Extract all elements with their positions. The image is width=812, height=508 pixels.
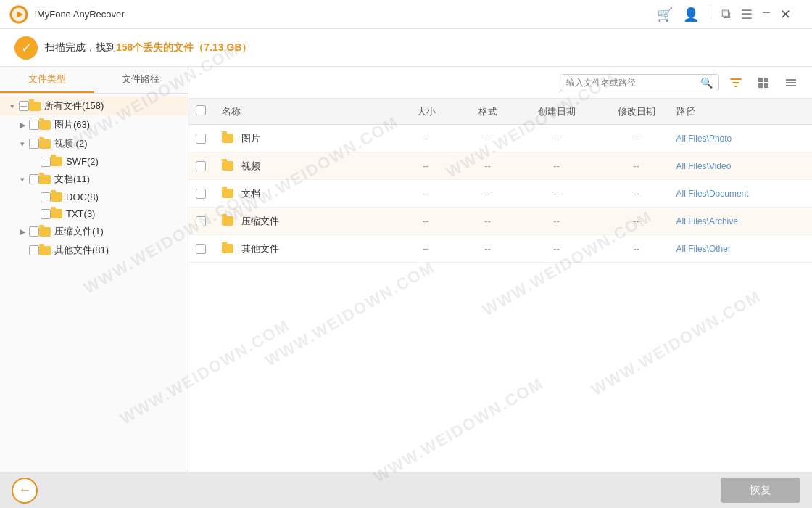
tree-item-all[interactable]: ▾ 所有文件(158) [0,97,188,115]
app-logo [9,4,29,25]
folder-icon-archive [39,227,51,237]
folder-icon-txt [51,209,62,218]
row-checkbox-other[interactable] [196,244,206,254]
checkbox-all[interactable] [19,101,29,111]
checkbox-doc[interactable] [29,174,39,184]
row-checkbox-doc[interactable] [196,189,206,199]
tree-item-photo[interactable]: ▶ 图片(63) [0,115,188,134]
checkbox-archive[interactable] [29,226,39,237]
header-format: 格式 [459,105,517,118]
status-bar: ✓ 扫描完成，找到158个丢失的文件（7.13 GB） [0,29,812,67]
tree-label-other: 其他文件(81) [54,244,109,257]
table-row[interactable]: 其他文件 -- -- -- -- All Files\Other [188,235,812,263]
folder-icon-doc2 [51,192,62,202]
row-modified-photo: -- [597,133,676,144]
window-icon[interactable]: ⧉ [718,5,734,24]
row-name-archive: 压缩文件 [222,215,394,228]
search-box: 🔍 [560,74,719,91]
search-icon[interactable]: 🔍 [700,77,713,89]
row-size-doc: -- [394,188,459,199]
expand-arrow-doc[interactable]: ▾ [17,174,28,184]
checkbox-photo[interactable] [29,120,39,130]
shop-icon[interactable]: 🛒 [653,5,676,24]
user-icon[interactable]: 👤 [679,5,703,24]
titlebar-icons: 🛒 👤 ⧉ ☰ ─ ✕ [653,5,795,24]
tree-item-doc[interactable]: ▾ 文档(11) [0,170,188,189]
close-button[interactable]: ✕ [776,5,795,24]
row-modified-video: -- [597,160,676,171]
app-title: iMyFone AnyRecover [35,9,653,20]
tree-item-swf[interactable]: SWF(2) [0,153,188,170]
svg-rect-6 [764,83,768,88]
row-path-archive: All Files\Archive [676,216,805,226]
svg-rect-3 [758,78,763,82]
tree-item-video[interactable]: ▾ 视频 (2) [0,134,188,153]
checkbox-video[interactable] [29,139,39,149]
row-path-video: All Files\Video [676,161,805,171]
expand-arrow-video[interactable]: ▾ [17,139,28,149]
row-folder-icon-video [222,161,233,171]
row-modified-archive: -- [597,216,676,226]
row-format-archive: -- [459,216,517,226]
table-row[interactable]: 视频 -- -- -- -- All Files\Video [188,152,812,180]
row-name-doc: 文档 [222,187,394,200]
tree-item-txt[interactable]: TXT(3) [0,205,188,222]
row-folder-icon-other [222,244,233,253]
status-text: 扫描完成，找到158个丢失的文件（7.13 GB） [45,41,252,54]
folder-icon-all [29,102,41,111]
grid-view-button[interactable] [753,73,774,92]
folder-icon-doc [39,175,51,184]
header-name: 名称 [222,105,394,118]
checkbox-doc2[interactable] [41,192,51,202]
row-name-other: 其他文件 [222,242,394,255]
row-created-doc: -- [517,188,597,199]
tab-file-type[interactable]: 文件类型 [0,67,94,93]
row-format-doc: -- [459,188,517,199]
row-created-archive: -- [517,216,597,226]
checkbox-other[interactable] [29,245,39,255]
tree-item-archive[interactable]: ▶ 压缩文件(1) [0,222,188,241]
tree-label-swf: SWF(2) [66,156,99,167]
tree-label-doc: 文档(11) [54,173,90,186]
sidebar: 文件类型 文件路径 ▾ 所有文件(158) ▶ 图片(63) [0,67,188,472]
table-row[interactable]: 图片 -- -- -- -- All Files\Photo [188,125,812,152]
back-button[interactable]: ← [12,478,38,504]
row-checkbox-photo[interactable] [196,134,206,144]
tree-label-txt: TXT(3) [66,208,95,219]
tree-label-video: 视频 (2) [54,137,88,150]
row-size-archive: -- [394,216,459,226]
tree-item-doc2[interactable]: DOC(8) [0,189,188,205]
row-path-other: All Files\Other [676,244,805,254]
row-modified-doc: -- [597,188,676,199]
checkbox-txt[interactable] [41,209,51,219]
checkbox-swf[interactable] [41,157,51,167]
folder-icon-photo [39,120,51,130]
header-check[interactable] [196,105,222,118]
row-format-other: -- [459,243,517,254]
expand-arrow-photo[interactable]: ▶ [17,120,28,130]
row-checkbox-archive[interactable] [196,216,206,226]
menu-view-button[interactable] [780,73,802,92]
tree-item-other[interactable]: 其他文件(81) [0,241,188,260]
row-folder-icon-doc [222,189,233,198]
header-created: 创建日期 [517,105,597,118]
expand-arrow-all[interactable]: ▾ [7,101,17,111]
row-created-photo: -- [517,133,597,144]
row-name-photo: 图片 [222,132,394,145]
table-row[interactable]: 压缩文件 -- -- -- -- All Files\Archive [188,208,812,235]
menu-icon[interactable]: ☰ [737,5,756,24]
row-format-photo: -- [459,133,517,144]
expand-arrow-archive[interactable]: ▶ [17,226,28,237]
table-header: 名称 大小 格式 创建日期 修改日期 路径 [188,99,812,125]
search-input[interactable] [566,78,700,88]
tab-file-path[interactable]: 文件路径 [94,67,188,93]
row-checkbox-video[interactable] [196,161,206,171]
folder-icon-video [39,139,51,149]
minimize-button[interactable]: ─ [759,5,774,24]
svg-rect-5 [758,83,763,88]
recover-button[interactable]: 恢复 [721,478,800,503]
row-path-doc: All Files\Document [676,189,805,199]
title-bar: iMyFone AnyRecover 🛒 👤 ⧉ ☰ ─ ✕ [0,0,812,29]
filter-button[interactable] [725,73,747,92]
table-row[interactable]: 文档 -- -- -- -- All Files\Document [188,180,812,208]
